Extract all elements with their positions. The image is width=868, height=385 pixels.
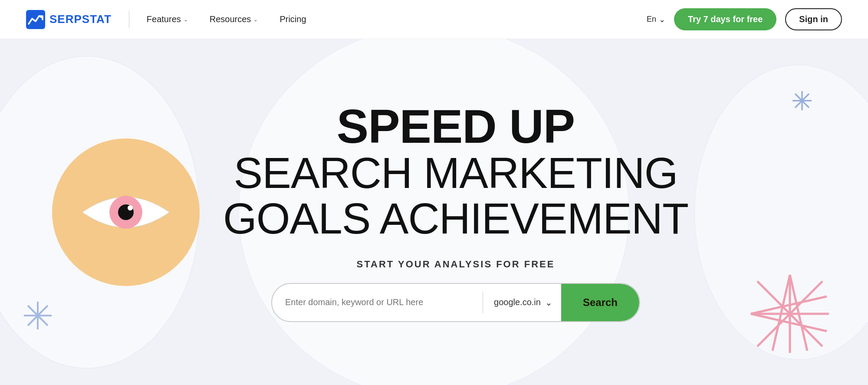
nav-resources[interactable]: Resources ⌄ (210, 14, 258, 24)
resources-chevron-icon: ⌄ (253, 16, 258, 23)
nav-right: En ⌄ Try 7 days for free Sign in (647, 8, 842, 30)
engine-chevron-icon: ⌄ (545, 297, 552, 308)
eye-circle (52, 138, 200, 286)
hero-title-bold: SPEED UP (337, 99, 575, 153)
search-input[interactable] (272, 284, 480, 321)
lang-chevron-icon: ⌄ (659, 15, 665, 24)
logo-text: SERPSTAT (49, 13, 112, 26)
navbar: SERPSTAT Features ⌄ Resources ⌄ Pricing … (0, 0, 868, 39)
nav-divider (129, 11, 129, 28)
hero-title: SPEED UP SEARCH MARKETING GOALS ACHIEVEM… (223, 102, 688, 241)
serpstat-logo-icon (26, 10, 45, 29)
language-selector[interactable]: En ⌄ (647, 15, 665, 24)
hero-title-line2: SEARCH MARKETING (233, 148, 677, 197)
eye-illustration (52, 138, 200, 286)
nav-links: Features ⌄ Resources ⌄ Pricing (147, 14, 647, 24)
svg-point-19 (128, 205, 133, 211)
logo-link[interactable]: SERPSTAT (26, 10, 112, 29)
pink-starburst (746, 270, 833, 359)
hero-section: SPEED UP SEARCH MARKETING GOALS ACHIEVEM… (0, 39, 868, 385)
hero-subtitle: START YOUR ANALYSIS FOR FREE (357, 259, 555, 270)
try-free-button[interactable]: Try 7 days for free (674, 8, 776, 30)
hero-title-line3: GOALS ACHIEVEMENT (223, 194, 688, 243)
nav-features[interactable]: Features ⌄ (147, 14, 188, 24)
search-divider (483, 292, 483, 313)
nav-pricing[interactable]: Pricing (279, 14, 306, 24)
hero-content: SPEED UP SEARCH MARKETING GOALS ACHIEVEM… (223, 102, 688, 322)
eye-svg (78, 178, 174, 247)
search-bar: google.co.in ⌄ Search (271, 283, 640, 322)
sign-in-button[interactable]: Sign in (785, 8, 842, 30)
search-engine-selector[interactable]: google.co.in ⌄ (485, 297, 561, 308)
features-chevron-icon: ⌄ (184, 16, 188, 23)
search-button[interactable]: Search (561, 284, 639, 321)
blue-star-left (24, 302, 52, 333)
blue-star-right (792, 91, 812, 113)
search-engine-value: google.co.in (494, 297, 541, 307)
